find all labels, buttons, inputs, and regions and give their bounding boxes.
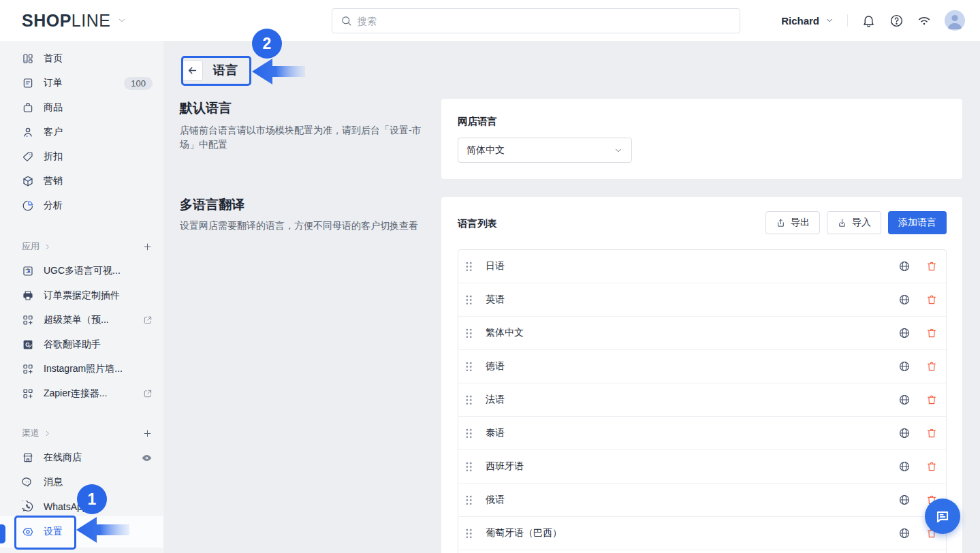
drag-handle[interactable]	[465, 392, 473, 408]
delete-trash-icon[interactable]	[926, 260, 938, 272]
language-name: 泰语	[486, 427, 898, 439]
delete-trash-icon[interactable]	[926, 460, 938, 473]
selected-language-value: 简体中文	[467, 144, 505, 157]
delete-trash-icon[interactable]	[926, 294, 938, 306]
grid-plus-app-icon	[22, 363, 34, 375]
sidebar-item-label: Instagram照片墙...	[44, 363, 153, 375]
sidebar-channel-whatsapp[interactable]: WhatsApp	[0, 494, 163, 519]
logo-chevron-down-icon[interactable]	[117, 16, 127, 25]
orders-count-badge: 100	[124, 77, 153, 90]
help-icon[interactable]	[889, 13, 904, 28]
visibility-eye-icon[interactable]	[141, 452, 153, 464]
sidebar-app-ugc-translate[interactable]: UGC多语言可视...	[0, 259, 163, 283]
drag-handle[interactable]	[465, 426, 473, 441]
chevron-right-icon	[44, 243, 51, 251]
globe-translate-icon[interactable]	[898, 394, 911, 406]
globe-translate-icon[interactable]	[898, 294, 911, 306]
language-list: 日语 英语	[458, 249, 947, 553]
sidebar-channel-online-store[interactable]: 在线商店	[0, 445, 163, 470]
globe-translate-icon[interactable]	[898, 427, 911, 439]
drag-handle[interactable]	[465, 326, 473, 341]
export-label: 导出	[791, 217, 810, 229]
network-wifi-icon[interactable]	[917, 13, 932, 28]
sidebar-section-apps[interactable]: 应用	[0, 234, 163, 259]
language-row: 繁体中文	[458, 317, 946, 350]
external-link-icon	[143, 315, 153, 325]
sidebar-item-customers[interactable]: 客户	[0, 120, 163, 144]
globe-translate-icon[interactable]	[898, 260, 911, 272]
language-name: 葡萄牙语（巴西）	[486, 527, 898, 539]
sidebar-item-home[interactable]: 首页	[0, 46, 163, 71]
avatar[interactable]	[945, 10, 965, 31]
language-list-title: 语言列表	[458, 217, 497, 230]
sidebar-app-zapier[interactable]: Zapier连接器...	[0, 381, 163, 406]
chat-support-button[interactable]	[925, 499, 960, 534]
drag-handle[interactable]	[465, 526, 473, 541]
delete-trash-icon[interactable]	[926, 427, 938, 439]
sidebar-item-settings[interactable]: 设置	[0, 516, 163, 548]
store-language-select[interactable]: 简体中文	[458, 138, 632, 163]
language-row: 法语	[458, 383, 946, 417]
back-button[interactable]	[182, 60, 203, 81]
language-row: 西班牙语	[458, 450, 946, 484]
drag-handle[interactable]	[465, 292, 473, 308]
search-input[interactable]	[358, 16, 731, 27]
discount-tag-icon	[22, 151, 34, 163]
notifications-bell-icon[interactable]	[861, 13, 876, 28]
sidebar-item-marketing[interactable]: 营销	[0, 169, 163, 193]
orders-icon	[22, 77, 34, 89]
global-search[interactable]	[332, 8, 740, 33]
sidebar-item-label: 谷歌翻译助手	[44, 338, 153, 351]
drag-handle[interactable]	[465, 492, 473, 508]
sidebar-app-instagram-wall[interactable]: Instagram照片墙...	[0, 357, 163, 381]
sidebar-item-analytics[interactable]: 分析	[0, 193, 163, 218]
sidebar-item-orders[interactable]: 订单 100	[0, 71, 163, 95]
sidebar-app-google-translate[interactable]: G 谷歌翻译助手	[0, 332, 163, 357]
sidebar-app-order-receipt[interactable]: 订单票据定制插件	[0, 283, 163, 308]
drag-handle[interactable]	[465, 359, 473, 375]
import-icon	[837, 218, 847, 228]
language-row: 葡萄牙语（巴西）	[458, 517, 946, 550]
globe-translate-icon[interactable]	[898, 460, 911, 473]
home-icon	[22, 52, 34, 65]
globe-translate-icon[interactable]	[898, 360, 911, 373]
drag-handle[interactable]	[465, 259, 473, 274]
top-header: SHOPLINE Richard	[0, 0, 980, 41]
add-app-plus-icon[interactable]	[142, 242, 153, 252]
analytics-pie-icon	[22, 200, 34, 212]
shopline-logo[interactable]: SHOPLINE	[22, 11, 110, 31]
user-menu[interactable]: Richard	[781, 15, 834, 27]
delete-trash-icon[interactable]	[926, 360, 938, 373]
sidebar-item-label: 商品	[44, 101, 153, 114]
language-name: 德语	[486, 360, 898, 373]
default-language-description: 店铺前台语言请以市场模块配置为准，请到后台「设置-市场」中配置	[180, 123, 434, 152]
add-channel-plus-icon[interactable]	[142, 428, 153, 439]
sidebar-item-label: 设置	[44, 526, 63, 538]
multilingual-description: 设置网店需要翻译的语言，方便不同母语的客户切换查看	[180, 219, 434, 233]
globe-translate-icon[interactable]	[898, 527, 911, 539]
language-row: 英语	[458, 283, 946, 317]
sidebar-section-channels[interactable]: 渠道	[0, 421, 163, 445]
add-language-label: 添加语言	[898, 217, 936, 229]
delete-trash-icon[interactable]	[926, 394, 938, 406]
delete-trash-icon[interactable]	[926, 327, 938, 339]
google-translate-icon: G	[22, 338, 34, 351]
globe-translate-icon[interactable]	[898, 494, 911, 506]
chevron-down-icon	[614, 146, 623, 155]
import-button[interactable]: 导入	[827, 211, 881, 234]
language-name: 繁体中文	[486, 327, 898, 339]
sidebar-item-products[interactable]: 商品	[0, 95, 163, 120]
sidebar-channel-messages[interactable]: 消息	[0, 470, 163, 494]
language-list-card: 语言列表 导出 导入 添加语言 日语	[441, 197, 962, 553]
sidebar-item-label: 订单票据定制插件	[44, 289, 153, 302]
add-language-button[interactable]: 添加语言	[888, 211, 947, 234]
globe-translate-icon[interactable]	[898, 327, 911, 339]
printer-icon	[22, 289, 34, 302]
header-divider	[847, 14, 848, 27]
export-button[interactable]: 导出	[765, 211, 820, 234]
sidebar-app-super-menu[interactable]: 超级菜单（预...	[0, 308, 163, 332]
apps-section-label: 应用	[22, 240, 39, 253]
sidebar-item-discounts[interactable]: 折扣	[0, 144, 163, 169]
drag-handle[interactable]	[465, 459, 473, 475]
sidebar-item-label: 客户	[44, 126, 153, 138]
